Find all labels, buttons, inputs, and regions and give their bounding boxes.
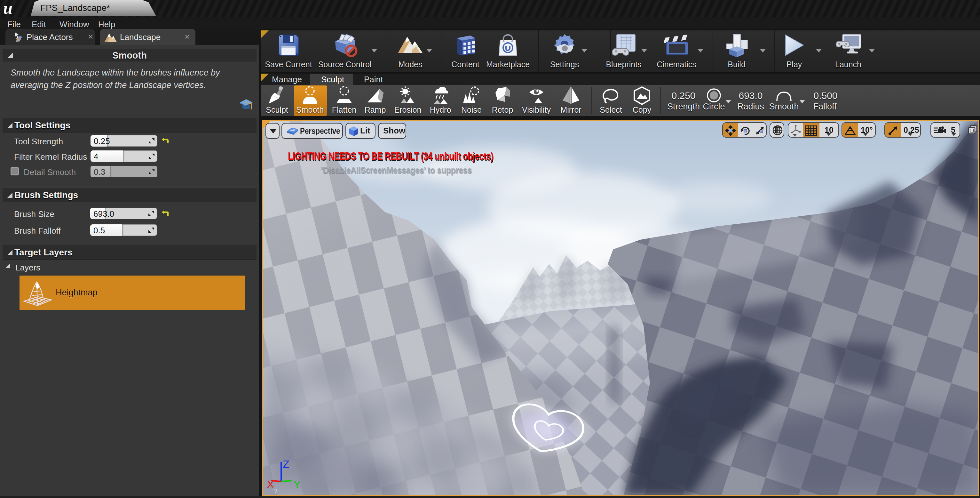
svg-text:Y: Y xyxy=(294,478,301,490)
svg-text:Z: Z xyxy=(283,458,290,470)
svg-text:?: ? xyxy=(273,487,277,495)
